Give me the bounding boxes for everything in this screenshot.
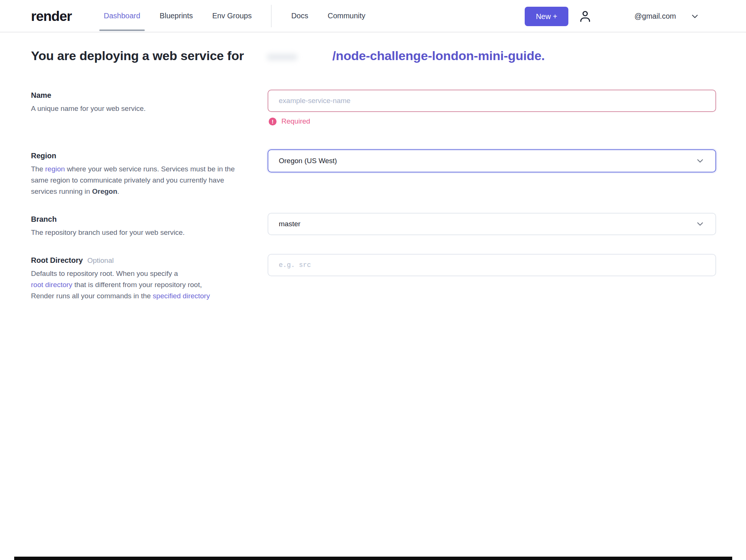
- region-desc-oregon: Oregon: [92, 187, 118, 195]
- root-directory-description: Defaults to repository root. When you sp…: [31, 268, 248, 302]
- branch-label: Branch: [31, 215, 57, 224]
- root-directory-input[interactable]: [268, 254, 716, 276]
- branch-select[interactable]: master: [268, 213, 716, 235]
- page-title: You are deploying a web service for /nod…: [31, 49, 545, 63]
- root-desc-line2: that is different from your repository r…: [72, 281, 202, 289]
- render-logo[interactable]: render: [31, 9, 72, 24]
- chevron-down-icon: [695, 156, 705, 166]
- branch-select-value: master: [279, 220, 300, 228]
- nav-item-community[interactable]: Community: [328, 0, 365, 32]
- nav-divider: [271, 5, 272, 27]
- name-label: Name: [31, 91, 51, 100]
- root-directory-optional-tag: Optional: [87, 256, 114, 264]
- branch-description: The repository branch used for your web …: [31, 227, 248, 238]
- nav-item-blueprints[interactable]: Blueprints: [160, 0, 193, 32]
- page-title-prefix: You are deploying a web service for: [31, 49, 244, 63]
- region-desc-end: .: [117, 187, 119, 195]
- redacted-repo-owner: [267, 54, 297, 60]
- root-directory-label: Root DirectoryOptional: [31, 256, 114, 265]
- nav-items: Dashboard Blueprints Env Groups Docs Com…: [104, 0, 365, 32]
- region-desc-text: The: [31, 165, 45, 173]
- root-desc-line3: Render runs all your commands in the: [31, 292, 153, 300]
- region-select-value: Oregon (US West): [279, 157, 337, 165]
- chevron-down-icon: [690, 12, 700, 21]
- account-menu[interactable]: @gmail.com: [634, 0, 700, 32]
- new-button[interactable]: New +: [525, 7, 568, 26]
- root-directory-label-text: Root Directory: [31, 256, 83, 264]
- top-nav: render Dashboard Blueprints Env Groups D…: [0, 0, 746, 32]
- name-input[interactable]: [268, 90, 716, 112]
- bottom-edge-bar: [14, 557, 732, 560]
- nav-item-dashboard[interactable]: Dashboard: [104, 0, 140, 32]
- repo-link[interactable]: /node-challenge-london-mini-guide.: [333, 49, 545, 63]
- deploy-web-service-page: render Dashboard Blueprints Env Groups D…: [0, 0, 746, 560]
- root-directory-doc-link[interactable]: root directory: [31, 281, 72, 289]
- account-email: @gmail.com: [634, 12, 676, 21]
- region-description: The region where your web service runs. …: [31, 164, 248, 197]
- chevron-down-icon: [695, 219, 705, 229]
- name-error-text: Required: [281, 117, 310, 125]
- name-description: A unique name for your web service.: [31, 103, 248, 114]
- nav-item-docs[interactable]: Docs: [291, 0, 308, 32]
- name-error-row: ! Required: [269, 117, 310, 125]
- specified-directory-link[interactable]: specified directory: [153, 292, 210, 300]
- alert-circle-icon: !: [269, 118, 277, 125]
- nav-item-env-groups[interactable]: Env Groups: [212, 0, 252, 32]
- region-label: Region: [31, 152, 56, 160]
- region-select[interactable]: Oregon (US West): [268, 149, 716, 172]
- region-doc-link[interactable]: region: [45, 165, 65, 173]
- root-desc-line1: Defaults to repository root. When you sp…: [31, 270, 178, 277]
- user-icon[interactable]: [578, 7, 596, 25]
